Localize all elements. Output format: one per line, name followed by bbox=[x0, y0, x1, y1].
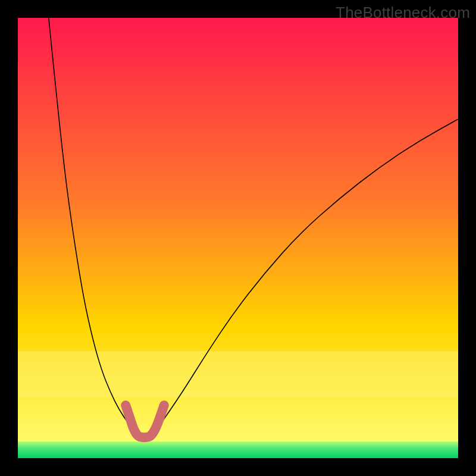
chart-svg bbox=[18, 18, 458, 458]
yellow-band bbox=[18, 351, 458, 397]
watermark-text: TheBottleneck.com bbox=[336, 4, 470, 22]
chart-frame: TheBottleneck.com bbox=[0, 0, 476, 476]
green-band bbox=[18, 441, 458, 458]
plot-area bbox=[18, 18, 458, 458]
